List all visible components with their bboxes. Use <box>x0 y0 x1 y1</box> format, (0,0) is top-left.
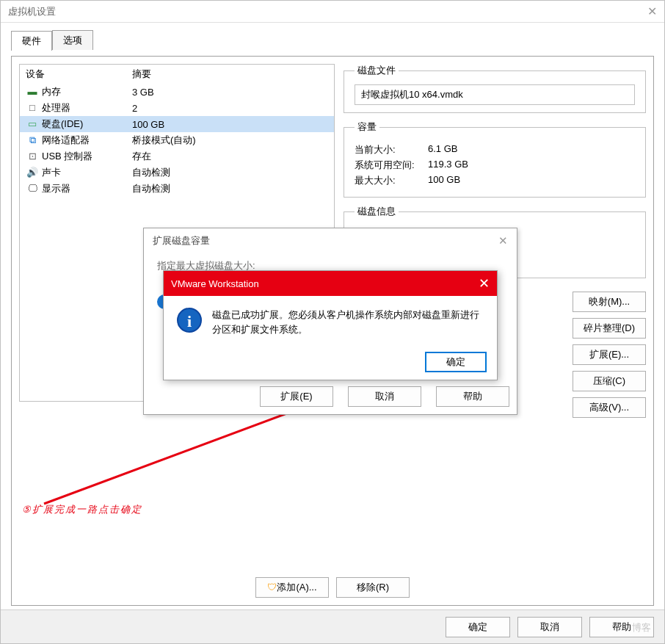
msgbox-title-text: VMware Workstation <box>171 278 259 289</box>
info-icon: i <box>177 308 202 333</box>
device-name: 声卡 <box>42 167 61 178</box>
col-summary: 摘要 <box>132 68 151 81</box>
device-name: 内存 <box>42 86 61 97</box>
watermark: 博客 <box>632 621 651 634</box>
device-buttons: 🛡添加(A)... 移除(R) <box>12 577 653 598</box>
device-summary: 100 GB <box>132 119 164 130</box>
cap-current-label: 当前大小: <box>355 143 428 156</box>
msgbox-titlebar: VMware Workstation ✕ <box>164 271 497 296</box>
expand-cancel-button[interactable]: 取消 <box>348 386 421 407</box>
capacity-legend: 容量 <box>355 120 379 134</box>
defrag-button[interactable]: 碎片整理(D) <box>573 318 646 339</box>
window-title: 虚拟机设置 <box>8 5 56 18</box>
titlebar: 虚拟机设置 ✕ <box>1 1 664 23</box>
expand-titlebar: 扩展磁盘容量 ✕ <box>144 228 517 253</box>
annotation-text: ⑤扩展完成一路点击确定 <box>22 485 142 520</box>
device-icon: ⧉ <box>26 134 39 146</box>
advanced-button[interactable]: 高级(V)... <box>573 397 646 418</box>
shield-icon: 🛡 <box>267 582 277 593</box>
device-summary: 2 <box>132 103 137 114</box>
device-summary: 桥接模式(自动) <box>132 134 196 147</box>
msgbox-footer: 确定 <box>425 352 487 372</box>
disk-file-legend: 磁盘文件 <box>355 64 399 77</box>
device-summary: 自动检测 <box>132 182 170 195</box>
device-name: 显示器 <box>42 183 70 194</box>
device-icon: 🖵 <box>26 183 39 194</box>
cap-max-label: 最大大小: <box>355 174 428 187</box>
annotation-number: ⑤ <box>22 504 32 515</box>
map-button[interactable]: 映射(M)... <box>573 292 646 312</box>
disk-info-legend: 磁盘信息 <box>355 205 399 218</box>
device-row[interactable]: □处理器2 <box>20 100 334 116</box>
device-icon: □ <box>26 102 39 113</box>
close-icon[interactable]: ✕ <box>647 4 657 18</box>
disk-file-value: 封喉虚拟机10 x64.vmdk <box>355 84 635 105</box>
expand-buttons: 扩展(E) 取消 帮助 <box>260 386 509 407</box>
tab-options[interactable]: 选项 <box>52 30 93 50</box>
cap-current-value: 6.1 GB <box>428 143 457 156</box>
device-name: 网络适配器 <box>42 134 90 145</box>
device-summary: 3 GB <box>132 87 154 98</box>
add-label: 添加(A)... <box>277 582 316 593</box>
col-device: 设备 <box>26 68 132 81</box>
add-device-button[interactable]: 🛡添加(A)... <box>255 577 329 598</box>
device-row[interactable]: ⧉网络适配器桥接模式(自动) <box>20 132 334 148</box>
info-messagebox: VMware Workstation ✕ i 磁盘已成功扩展。您必须从客户机操作… <box>163 270 498 380</box>
device-row[interactable]: ▬内存3 GB <box>20 84 334 100</box>
tab-strip: 硬件 选项 <box>11 30 654 50</box>
device-name: USB 控制器 <box>42 151 92 162</box>
annotation-label: 扩展完成一路点击确定 <box>32 504 142 515</box>
device-row[interactable]: 🔊声卡自动检测 <box>20 164 334 181</box>
dialog-footer: 确定 取消 帮助 <box>1 609 664 643</box>
msgbox-ok-button[interactable]: 确定 <box>425 352 487 372</box>
disk-file-group: 磁盘文件 封喉虚拟机10 x64.vmdk <box>344 64 646 113</box>
close-icon[interactable]: ✕ <box>479 275 490 292</box>
expand-button[interactable]: 扩展(E)... <box>573 344 646 365</box>
msgbox-text: 磁盘已成功扩展。您必须从客户机操作系统内部对磁盘重新进行分区和扩展文件系统。 <box>212 308 484 336</box>
device-row[interactable]: 🖵显示器自动检测 <box>20 181 334 197</box>
device-icon: ⊡ <box>26 151 39 162</box>
device-summary: 自动检测 <box>132 166 170 179</box>
expand-help-button[interactable]: 帮助 <box>436 386 509 407</box>
msgbox-body: i 磁盘已成功扩展。您必须从客户机操作系统内部对磁盘重新进行分区和扩展文件系统。 <box>164 296 497 348</box>
cap-free-label: 系统可用空间: <box>355 159 428 172</box>
device-name: 硬盘(IDE) <box>42 118 83 129</box>
device-row[interactable]: ⊡USB 控制器存在 <box>20 148 334 164</box>
compress-button[interactable]: 压缩(C) <box>573 371 646 391</box>
capacity-group: 容量 当前大小:6.1 GB 系统可用空间:119.3 GB 最大大小:100 … <box>344 120 646 198</box>
device-icon: 🔊 <box>26 167 39 178</box>
cap-free-value: 119.3 GB <box>428 159 468 172</box>
device-name: 处理器 <box>42 102 70 113</box>
device-icon: ▬ <box>26 86 39 97</box>
device-icon: ▭ <box>26 118 39 129</box>
expand-do-button[interactable]: 扩展(E) <box>260 386 333 407</box>
expand-title-text: 扩展磁盘容量 <box>153 234 210 247</box>
tab-hardware[interactable]: 硬件 <box>11 31 52 51</box>
device-row[interactable]: ▭硬盘(IDE)100 GB <box>20 116 334 132</box>
close-icon[interactable]: ✕ <box>498 234 508 247</box>
cancel-button[interactable]: 取消 <box>517 617 582 637</box>
cap-max-value: 100 GB <box>428 174 460 187</box>
remove-device-button[interactable]: 移除(R) <box>336 577 410 598</box>
device-header: 设备 摘要 <box>20 65 334 84</box>
device-summary: 存在 <box>132 150 151 163</box>
ok-button[interactable]: 确定 <box>446 617 510 637</box>
